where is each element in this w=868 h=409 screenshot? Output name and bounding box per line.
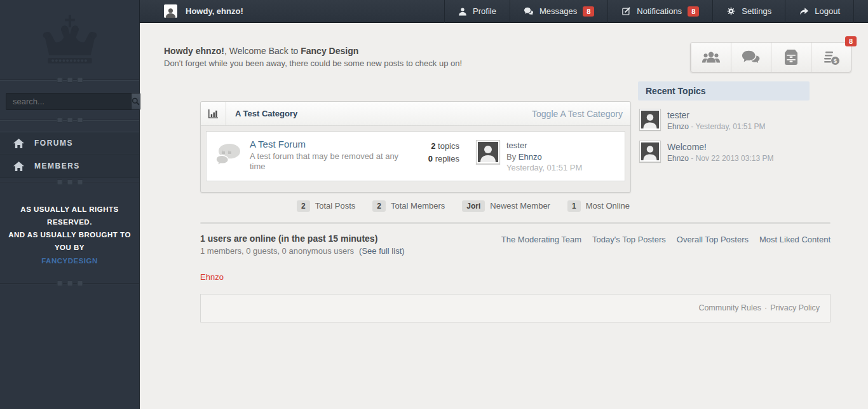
chats-quick-button[interactable] <box>731 43 771 72</box>
topic-lines: tester Ehnzo - Yesterday, 01:51 PM <box>667 109 766 132</box>
welcome-site: Fancy Design <box>301 46 358 56</box>
divider-squares-icon <box>57 281 83 286</box>
last-post-lines: tester By Ehnzo Yesterday, 01:51 PM <box>506 140 582 174</box>
topic-time: - Nov 22 2013 03:13 PM <box>689 154 773 163</box>
stat-newest-member: Jori Newest Member <box>462 200 550 212</box>
menu-label: Profile <box>473 6 496 16</box>
online-detail: 1 members, 0 guests, 0 anonymous users(S… <box>200 246 405 256</box>
sidebar-item-forums[interactable]: FORUMS <box>0 132 139 155</box>
privacy-policy-link[interactable]: Privacy Policy <box>770 303 820 312</box>
rights-line1: AS USUALLY ALL RIGHTS RESERVED. <box>20 205 118 226</box>
last-post-topic-link[interactable]: tester <box>506 140 582 151</box>
forum-description: A test forum that may be removed at any … <box>250 151 400 172</box>
sidebar-search <box>6 93 133 110</box>
topic-author-link[interactable]: Ehnzo <box>667 122 689 131</box>
members-quick-button[interactable] <box>691 43 731 72</box>
user-avatar-icon[interactable] <box>164 4 177 18</box>
greeting-text: Howdy, ehnzo! <box>186 6 243 16</box>
online-block: 1 users are online (in the past 15 minut… <box>200 233 405 256</box>
billing-quick-button[interactable]: $ <box>811 43 851 72</box>
sidebar-divider <box>0 116 139 124</box>
menu-label: Logout <box>815 6 840 16</box>
most-liked-content-link[interactable]: Most Liked Content <box>759 235 831 256</box>
bar-chart-icon <box>208 109 218 118</box>
online-headline: 1 users are online (in the past 15 minut… <box>200 233 405 244</box>
topic-meta: Ehnzo - Yesterday, 01:51 PM <box>667 122 766 132</box>
see-full-list-link[interactable]: (See full list) <box>359 246 405 256</box>
last-post-author-link[interactable]: Ehnzo <box>519 152 542 162</box>
archive-quick-button[interactable] <box>771 43 811 72</box>
replies-count: 0 <box>428 154 433 163</box>
home-icon <box>13 139 25 148</box>
welcome-mid: , Welcome Back to <box>224 46 301 56</box>
logout-arrow-icon <box>799 7 809 15</box>
forum-bubbles-icon <box>214 139 250 169</box>
welcome-subtitle: Don't forget while you been away, there … <box>164 59 462 68</box>
search-button[interactable] <box>132 93 140 110</box>
forum-name-link[interactable]: A Test Forum <box>250 139 306 149</box>
stat-value-badge: Jori <box>462 200 485 212</box>
gear-icon <box>726 6 736 16</box>
messages-menu-item[interactable]: Messages 8 <box>510 0 607 23</box>
divider-squares-icon <box>57 179 83 185</box>
forum-row[interactable]: A Test Forum A test forum that may be re… <box>206 131 625 181</box>
archive-drawer-icon <box>782 49 800 66</box>
topic-avatar[interactable] <box>639 141 661 162</box>
money-icon: $ <box>822 49 840 66</box>
replies-count-line: 0 replies <box>401 153 459 165</box>
overall-top-posters-link[interactable]: Overall Top Posters <box>677 235 749 256</box>
topic-title-link[interactable]: Welcome! <box>667 141 773 153</box>
sidebar-item-members[interactable]: MEMBERS <box>0 155 139 177</box>
divider-squares-icon <box>57 117 83 123</box>
stat-total-posts: 2 Total Posts <box>297 200 355 212</box>
recent-topic-item[interactable]: tester Ehnzo - Yesterday, 01:51 PM <box>638 109 810 132</box>
topic-author-link[interactable]: Ehnzo <box>667 154 689 163</box>
board-stats-row: 2 Total Posts 2 Total Members Jori Newes… <box>200 200 631 212</box>
todays-top-posters-link[interactable]: Today's Top Posters <box>592 235 666 256</box>
logout-menu-item[interactable]: Logout <box>785 0 853 23</box>
forum-app: FORUMS MEMBERS AS USUALLY ALL RIGHTS RES… <box>0 0 868 409</box>
greeting-block: Howdy, ehnzo! <box>164 4 243 18</box>
compose-icon <box>621 6 631 16</box>
moderating-team-link[interactable]: The Moderating Team <box>501 235 581 256</box>
stat-label: Total Posts <box>315 201 356 211</box>
replies-label: replies <box>433 154 459 163</box>
quick-buttons: 8 $ <box>690 42 851 73</box>
home-icon <box>13 162 25 171</box>
profile-menu-item[interactable]: Profile <box>444 0 510 23</box>
topic-meta: Ehnzo - Nov 22 2013 03:13 PM <box>667 154 773 164</box>
online-user-link[interactable]: Ehnzo <box>200 272 868 282</box>
search-icon <box>132 97 140 106</box>
stat-label: Most Online <box>586 201 630 211</box>
category-toggle-link[interactable]: Toggle A Test Category <box>532 109 630 119</box>
rights-line2: AND AS USUALLY BROUGHT TO YOU BY <box>8 231 131 251</box>
svg-text:$: $ <box>834 57 837 64</box>
by-prefix: By <box>506 152 519 162</box>
recent-topic-item[interactable]: Welcome! Ehnzo - Nov 22 2013 03:13 PM <box>638 141 810 164</box>
search-input[interactable] <box>6 93 132 110</box>
sidebar-item-label: FORUMS <box>34 139 73 148</box>
category-body: A Test Forum A test forum that may be re… <box>201 126 630 192</box>
category-title: A Test Category <box>226 109 297 118</box>
divider-squares-icon <box>57 77 83 83</box>
last-post-avatar[interactable] <box>476 140 500 164</box>
fancydesign-link[interactable]: FANCYDESIGN <box>41 257 98 265</box>
stat-value-badge: 1 <box>567 200 581 212</box>
community-rules-link[interactable]: Community Rules <box>698 303 761 312</box>
last-post-time: Yesterday, 01:51 PM <box>506 162 582 174</box>
topbar: Howdy, ehnzo! Profile Messages 8 Notific… <box>140 0 868 23</box>
topic-title-link[interactable]: tester <box>667 109 766 121</box>
section-divider <box>200 222 831 224</box>
recent-topics-header: Recent Topics <box>638 81 810 101</box>
topic-avatar[interactable] <box>639 109 661 130</box>
stat-label: Total Members <box>391 201 445 211</box>
notifications-menu-item[interactable]: Notifications 8 <box>607 0 712 23</box>
settings-menu-item[interactable]: Settings <box>712 0 785 23</box>
menu-label: Notifications <box>637 6 682 16</box>
stat-most-online: 1 Most Online <box>567 200 630 212</box>
category-icon-cell[interactable] <box>201 102 226 125</box>
content: Howdy ehnzo!, Welcome Back to Fancy Desi… <box>140 23 868 409</box>
menu-label: Settings <box>742 6 771 16</box>
legal-footer: Community Rules · Privacy Policy <box>200 294 831 322</box>
forum-stats: 2 topics 0 replies <box>401 139 459 165</box>
